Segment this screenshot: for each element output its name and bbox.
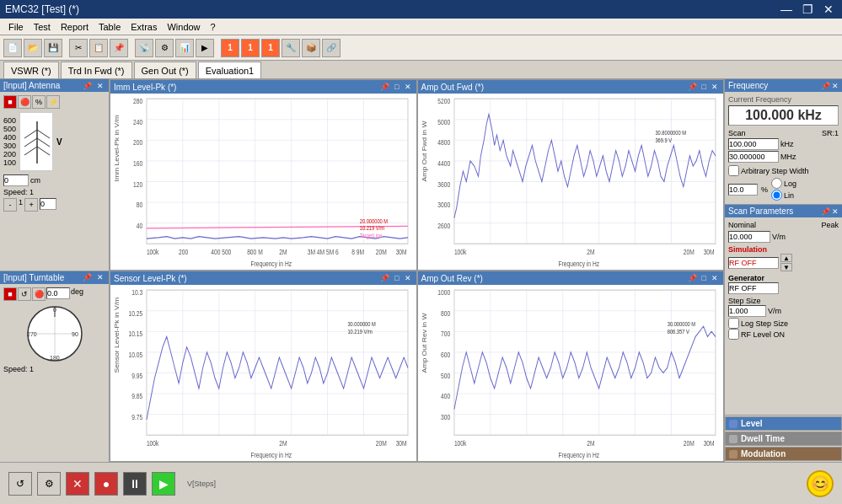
tab-evaluation[interactable]: Evaluation1: [198, 62, 262, 78]
svg-text:100k: 100k: [453, 248, 466, 256]
svg-text:800: 800: [441, 309, 450, 318]
generator-input[interactable]: [728, 282, 779, 294]
antenna-speed-inc[interactable]: +: [24, 198, 38, 212]
turntable-angle-input[interactable]: [46, 287, 70, 299]
simulation-input[interactable]: [728, 257, 779, 269]
chart-ampfwd-max[interactable]: □: [700, 83, 708, 91]
ctrl-settings[interactable]: ⚙: [37, 472, 61, 496]
turntable-pin-btn[interactable]: 📌: [81, 273, 94, 281]
scan-close-btn[interactable]: ✕: [832, 206, 839, 216]
rf-level-checkbox[interactable]: [728, 329, 739, 340]
freq-scan-val1-input[interactable]: [728, 138, 779, 150]
svg-text:400 500: 400 500: [211, 248, 231, 256]
svg-text:120: 120: [133, 180, 142, 189]
toolbar-run[interactable]: ▶: [196, 39, 214, 57]
rf-level-label: RF Level ON: [728, 329, 839, 340]
tab-gen[interactable]: Gen Out (*): [134, 62, 196, 78]
antenna-btn4[interactable]: ⚡: [46, 95, 60, 109]
chart-amprev-max[interactable]: □: [700, 274, 708, 282]
ctrl-record[interactable]: ●: [94, 472, 118, 496]
toolbar-open[interactable]: 📂: [24, 39, 42, 57]
toolbar-1[interactable]: 1: [221, 39, 239, 57]
ctrl-restart[interactable]: ↺: [8, 472, 32, 496]
turntable-btn3[interactable]: 🔴: [32, 287, 46, 301]
toolbar-3[interactable]: 1: [261, 39, 280, 57]
menu-test[interactable]: Test: [29, 22, 56, 32]
antenna-btn2[interactable]: 🔴: [18, 95, 31, 109]
ctrl-pause[interactable]: ⏸: [123, 472, 147, 496]
nominal-row: Nominal Peak: [728, 221, 839, 229]
ctrl-label: V[Steps]: [187, 480, 216, 488]
antenna-range-label: 600500400300200100: [3, 116, 16, 167]
menu-extras[interactable]: Extras: [126, 22, 162, 32]
bottom-controls: ↺ ⚙ ✕ ● ⏸ ▶ V[Steps] 😊: [0, 462, 842, 504]
turntable-btn2[interactable]: ↺: [18, 287, 31, 301]
minimize-button[interactable]: —: [777, 3, 796, 16]
step-val-input[interactable]: [728, 184, 758, 196]
lin-radio[interactable]: [771, 190, 782, 201]
chart-sensor-close[interactable]: ✕: [403, 274, 413, 282]
svg-text:600: 600: [441, 351, 450, 359]
chart-sensor-max[interactable]: □: [393, 274, 400, 282]
maximize-button[interactable]: ❐: [799, 3, 817, 16]
toolbar-copy[interactable]: 📋: [89, 39, 108, 57]
antenna-toolbar: ■ 🔴 % ⚡: [3, 95, 105, 109]
chart-ampfwd-close[interactable]: ✕: [710, 83, 720, 91]
menu-window[interactable]: Window: [162, 22, 205, 32]
simulation-up-btn[interactable]: ▲: [780, 254, 792, 262]
chart-ampfwd-pin[interactable]: 📌: [686, 83, 699, 91]
toolbar-2[interactable]: 1: [241, 39, 260, 57]
svg-text:369.9 V: 369.9 V: [655, 137, 672, 143]
ctrl-stop[interactable]: ✕: [66, 472, 89, 496]
chart-amprev-close[interactable]: ✕: [710, 274, 720, 282]
toolbar-extra3[interactable]: 🔗: [322, 39, 341, 57]
toolbar-paste[interactable]: 📌: [110, 39, 128, 57]
antenna-btn3[interactable]: %: [32, 95, 46, 109]
antenna-speed-dec[interactable]: -: [3, 198, 17, 212]
toolbar-chart[interactable]: 📊: [175, 39, 194, 57]
chart-imm-close[interactable]: ✕: [403, 83, 413, 91]
dwell-time-item[interactable]: Dwell Time: [725, 432, 842, 446]
menu-report[interactable]: Report: [56, 22, 94, 32]
antenna-pin-btn[interactable]: 📌: [81, 82, 94, 90]
arbitrary-step-checkbox[interactable]: [728, 165, 739, 176]
chart-imm-max[interactable]: □: [393, 83, 400, 91]
tab-trd[interactable]: Trd In Fwd (*): [61, 62, 132, 78]
chart-imm-pin[interactable]: 📌: [378, 83, 391, 91]
antenna-btn1[interactable]: ■: [3, 95, 17, 109]
antenna-extra-input[interactable]: [40, 198, 56, 210]
close-button[interactable]: ✕: [820, 3, 837, 16]
svg-text:80: 80: [137, 201, 142, 209]
freq-scan-val2-input[interactable]: [728, 151, 779, 163]
scan-pin-btn[interactable]: 📌: [821, 206, 830, 216]
menu-file[interactable]: File: [3, 22, 29, 32]
toolbar-save[interactable]: 💾: [44, 39, 62, 57]
menu-table[interactable]: Table: [94, 22, 126, 32]
log-radio[interactable]: [771, 178, 782, 189]
freq-close-btn[interactable]: ✕: [832, 81, 839, 90]
turntable-speed-label: Speed: 1: [3, 365, 105, 373]
tab-vswr[interactable]: VSWR (*): [3, 62, 59, 78]
menu-help[interactable]: ?: [206, 22, 221, 32]
chart-sensor-pin[interactable]: 📌: [378, 274, 391, 282]
nominal-val-input[interactable]: [728, 231, 770, 243]
chart-amprev-pin[interactable]: 📌: [686, 274, 699, 282]
toolbar-settings[interactable]: ⚙: [155, 39, 174, 57]
antenna-close-btn[interactable]: ✕: [95, 82, 105, 90]
log-step-checkbox[interactable]: [728, 318, 739, 329]
toolbar-new[interactable]: 📄: [3, 39, 22, 57]
turntable-btn1[interactable]: ■: [3, 287, 17, 301]
toolbar-extra1[interactable]: 🔧: [282, 39, 300, 57]
modulation-item[interactable]: Modulation: [725, 447, 842, 461]
toolbar-antenna[interactable]: 📡: [135, 39, 153, 57]
toolbar-cut[interactable]: ✂: [69, 39, 88, 57]
simulation-down-btn[interactable]: ▼: [780, 263, 792, 271]
turntable-close-btn[interactable]: ✕: [95, 273, 105, 281]
toolbar-extra2[interactable]: 📦: [302, 39, 320, 57]
level-item[interactable]: Level: [725, 416, 842, 431]
antenna-position-input[interactable]: [3, 174, 29, 186]
ctrl-play[interactable]: ▶: [152, 472, 175, 496]
svg-text:10.3: 10.3: [131, 288, 142, 297]
freq-pin-btn[interactable]: 📌: [821, 81, 830, 90]
stepsize-input[interactable]: [728, 305, 766, 317]
